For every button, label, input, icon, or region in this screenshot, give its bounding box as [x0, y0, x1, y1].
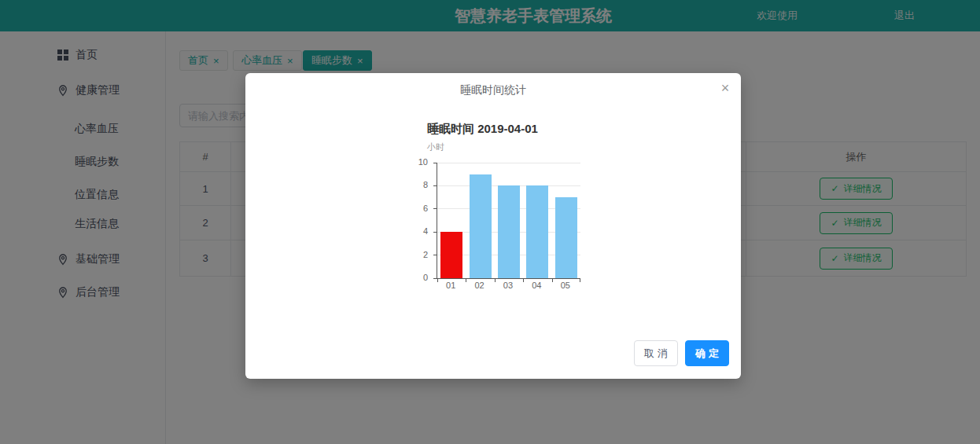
y-axis-tick	[433, 255, 437, 255]
cancel-button[interactable]: 取消	[634, 340, 678, 366]
y-axis-label: 6	[423, 204, 428, 213]
modal-title: 睡眠时间统计	[245, 83, 741, 97]
chart-bar	[470, 174, 492, 278]
x-axis-label: 01	[437, 281, 465, 290]
y-axis-tick	[433, 185, 437, 186]
chart-gridline	[437, 163, 580, 163]
app-window: 智慧养老手表管理系统 欢迎使用 退出 首页 健康管理 心率血压 睡眠步数	[0, 0, 980, 444]
y-axis-tick	[433, 163, 437, 163]
x-axis-label: 03	[494, 281, 522, 290]
y-axis-label: 0	[423, 273, 428, 282]
chart-bar	[440, 232, 462, 278]
y-axis-label: 8	[423, 180, 428, 189]
chart-ylabels: 0246810	[401, 163, 433, 278]
chart-title: 睡眠时间 2019-04-01	[427, 122, 538, 137]
chart-xlabels: 0102030405	[437, 281, 580, 292]
chart-bar	[526, 185, 548, 278]
close-icon[interactable]: ×	[716, 79, 735, 97]
x-axis-tick	[580, 278, 580, 282]
y-axis-label: 4	[423, 226, 428, 236]
x-axis-label: 04	[522, 281, 551, 290]
y-axis-label: 2	[423, 250, 428, 259]
sleep-stats-modal: 睡眠时间统计 × 睡眠时间 2019-04-01 小时 0246810 0102…	[245, 73, 741, 379]
y-axis-label: 10	[418, 157, 428, 167]
chart-bar	[498, 185, 520, 278]
chart-plot	[437, 163, 580, 279]
confirm-button[interactable]: 确定	[685, 340, 729, 366]
chart-bar	[555, 197, 577, 278]
y-axis-tick	[433, 208, 437, 209]
chart-unit-label: 小时	[427, 141, 444, 153]
x-axis-label: 02	[465, 281, 493, 290]
x-axis-label: 05	[551, 281, 580, 290]
y-axis-tick	[433, 232, 437, 233]
